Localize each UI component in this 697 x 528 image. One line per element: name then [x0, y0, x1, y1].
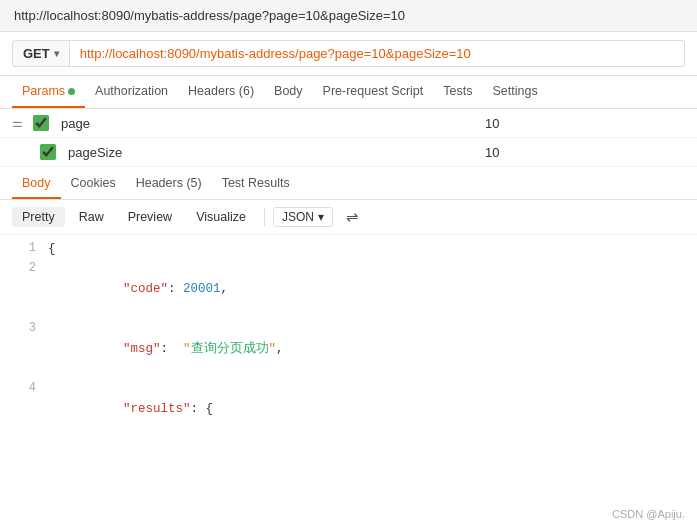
tab-tests-label: Tests	[443, 84, 472, 98]
param-checkbox-1[interactable]	[40, 144, 56, 160]
top-url-bar: http://localhost:8090/mybatis-address/pa…	[0, 0, 697, 32]
resp-tab-testresults-label: Test Results	[222, 176, 290, 190]
tab-settings-label: Settings	[492, 84, 537, 98]
header-checkbox[interactable]	[33, 115, 49, 131]
param-col-value: 10	[485, 116, 685, 131]
json-chevron-icon: ▾	[318, 210, 324, 224]
tab-tests[interactable]: Tests	[433, 76, 482, 108]
fmt-raw-button[interactable]: Raw	[69, 207, 114, 227]
wrap-toggle-button[interactable]: ⇌	[341, 205, 365, 229]
top-url-text: http://localhost:8090/mybatis-address/pa…	[14, 8, 405, 23]
filter-icon: ⚌	[12, 116, 23, 130]
fmt-preview-button[interactable]: Preview	[118, 207, 182, 227]
fmt-pretty-button[interactable]: Pretty	[12, 207, 65, 227]
tab-params-label: Params	[22, 84, 65, 98]
params-filter-row: ⚌ page 10	[0, 109, 697, 138]
tab-body[interactable]: Body	[264, 76, 313, 108]
format-divider	[264, 208, 265, 226]
resp-tab-testresults[interactable]: Test Results	[212, 169, 300, 199]
line-num-1: 1	[8, 239, 36, 258]
json-format-label: JSON	[282, 210, 314, 224]
resp-tab-body[interactable]: Body	[12, 169, 61, 199]
tab-authorization-label: Authorization	[95, 84, 168, 98]
tab-settings[interactable]: Settings	[482, 76, 547, 108]
line-num-3: 3	[8, 319, 36, 338]
param-key-1: pageSize	[64, 145, 477, 160]
json-format-select[interactable]: JSON ▾	[273, 207, 333, 227]
params-table: ⚌ page 10 pageSize 10	[0, 109, 697, 167]
resp-tab-cookies[interactable]: Cookies	[61, 169, 126, 199]
json-line-4: 4 "results": {	[0, 379, 697, 430]
json-content-3: "msg": "查询分页成功",	[48, 319, 284, 379]
tab-body-label: Body	[274, 84, 303, 98]
resp-tab-cookies-label: Cookies	[71, 176, 116, 190]
watermark: CSDN @Apiju.	[612, 508, 685, 520]
tab-headers[interactable]: Headers (6)	[178, 76, 264, 108]
watermark-text: CSDN @Apiju.	[612, 508, 685, 520]
tab-authorization[interactable]: Authorization	[85, 76, 178, 108]
tab-headers-label: Headers (6)	[188, 84, 254, 98]
json-content-4: "results": {	[48, 379, 213, 430]
fmt-visualize-button[interactable]: Visualize	[186, 207, 256, 227]
resp-tab-body-label: Body	[22, 176, 51, 190]
tab-prerequest-label: Pre-request Script	[323, 84, 424, 98]
url-input[interactable]	[70, 40, 685, 67]
line-num-4: 4	[8, 379, 36, 398]
method-select[interactable]: GET ▾	[12, 40, 70, 67]
params-row-1: pageSize 10	[0, 138, 697, 167]
line-num-2: 2	[8, 259, 36, 278]
tab-prerequest[interactable]: Pre-request Script	[313, 76, 434, 108]
json-content-1: {	[48, 239, 56, 259]
format-row: Pretty Raw Preview Visualize JSON ▾ ⇌	[0, 200, 697, 235]
resp-tab-headers-label: Headers (5)	[136, 176, 202, 190]
param-value-1: 10	[485, 145, 685, 160]
request-bar: GET ▾	[0, 32, 697, 76]
method-label: GET	[23, 46, 50, 61]
tab-params[interactable]: Params	[12, 76, 85, 108]
chevron-down-icon: ▾	[54, 48, 59, 59]
wrap-icon-symbol: ⇌	[346, 208, 359, 226]
param-col-key: page	[57, 116, 477, 131]
json-content-2: "code": 20001,	[48, 259, 228, 319]
params-tabs-row: Params Authorization Headers (6) Body Pr…	[0, 76, 697, 109]
response-tabs-row: Body Cookies Headers (5) Test Results	[0, 169, 697, 200]
json-line-3: 3 "msg": "查询分页成功",	[0, 319, 697, 379]
json-line-2: 2 "code": 20001,	[0, 259, 697, 319]
params-dot	[68, 88, 75, 95]
json-line-1: 1 {	[0, 239, 697, 259]
json-viewer: 1 { 2 "code": 20001, 3 "msg": "查询分页成功", …	[0, 235, 697, 430]
resp-tab-headers[interactable]: Headers (5)	[126, 169, 212, 199]
